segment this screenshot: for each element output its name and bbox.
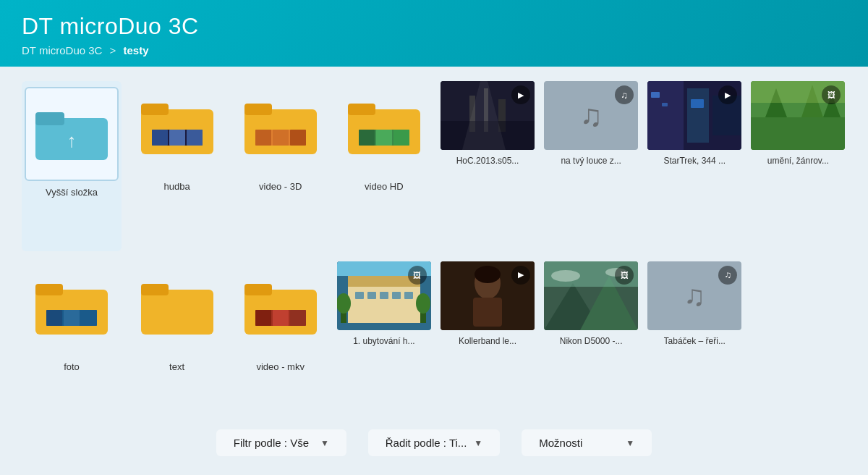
video3d-folder-svg — [244, 99, 317, 157]
videohd-folder-svg — [348, 99, 420, 157]
svg-rect-45 — [81, 310, 97, 326]
svg-point-70 — [475, 266, 501, 283]
svg-rect-43 — [46, 310, 62, 326]
natvy-label: na tvý louce z... — [561, 156, 621, 166]
svg-point-75 — [551, 270, 580, 282]
options-button[interactable]: Možnosti ▼ — [522, 429, 652, 456]
svg-rect-52 — [273, 310, 289, 326]
natvy-thumb: ♫ ♫ — [544, 81, 638, 150]
item-hoc[interactable]: ▶ HoC.2013.s05... — [439, 81, 535, 251]
item-ubytovani[interactable]: 🖼 1. ubytování h... — [336, 261, 432, 421]
svg-rect-31 — [651, 92, 660, 98]
text-folder-svg — [141, 279, 213, 337]
svg-rect-57 — [355, 292, 364, 299]
svg-rect-14 — [290, 130, 306, 146]
item-parent-folder[interactable]: ↑ Vyšší složka — [22, 81, 122, 251]
svg-rect-44 — [64, 310, 80, 326]
videomkv-thumb — [234, 261, 328, 356]
umeni-thumb: 🖼 — [751, 81, 845, 150]
svg-rect-1 — [35, 112, 64, 125]
svg-rect-61 — [404, 292, 413, 299]
app-title: DT microDuo 3C — [22, 13, 846, 40]
item-nikon[interactable]: 🖼 Nikon D5000 -... — [543, 261, 639, 421]
svg-rect-12 — [255, 130, 271, 146]
svg-rect-29 — [687, 88, 709, 143]
parent-folder-thumb: ↑ — [25, 87, 119, 181]
nikon-label: Nikon D5000 -... — [560, 336, 623, 346]
hoc-thumb: ▶ — [441, 81, 535, 150]
svg-point-66 — [416, 293, 430, 314]
startrek-thumb: ▶ — [647, 81, 741, 150]
ubytovani-thumb: 🖼 — [337, 261, 431, 330]
hoc-label: HoC.2013.s05... — [456, 156, 519, 166]
filter-arrow-icon: ▼ — [320, 438, 329, 448]
svg-rect-18 — [359, 130, 375, 146]
bottom-bar: Filtr podle : Vše ▼ Řadit podle : Ti... … — [22, 421, 846, 468]
hudba-folder-svg — [141, 99, 213, 157]
svg-rect-58 — [367, 292, 376, 299]
item-video-3d[interactable]: video - 3D — [232, 81, 328, 251]
breadcrumb-parent[interactable]: DT microDuo 3C — [22, 44, 102, 56]
parent-folder-label: Vyšší složka — [46, 187, 98, 199]
svg-rect-46 — [141, 290, 213, 335]
item-hudba[interactable]: hudba — [129, 81, 225, 251]
file-grid: ↑ Vyšší složka hudba — [22, 81, 846, 421]
foto-label: foto — [64, 361, 80, 374]
hoc-play-badge: ▶ — [511, 85, 530, 104]
videomkv-folder-svg — [244, 279, 317, 337]
svg-rect-53 — [290, 310, 306, 326]
nikon-badge: 🖼 — [615, 266, 634, 285]
videohd-label: video HD — [365, 181, 403, 193]
ubytovani-label: 1. ubytování h... — [353, 336, 414, 346]
svg-rect-13 — [273, 130, 289, 146]
sort-arrow-icon: ▼ — [474, 438, 482, 448]
svg-rect-16 — [348, 104, 375, 115]
item-video-hd[interactable]: video HD — [336, 81, 432, 251]
filter-label-text: Filtr podle : Vše — [234, 437, 309, 449]
sort-button[interactable]: Řadit podle : Ti... ▼ — [368, 429, 500, 456]
tabacek-badge: ♫ — [718, 266, 737, 285]
breadcrumb: DT microDuo 3C > testy — [22, 44, 846, 56]
item-startrek[interactable]: ▶ StarTrek, 344 ... — [647, 81, 743, 251]
options-arrow-icon: ▼ — [626, 438, 634, 448]
item-umeni[interactable]: 🖼 umění, žánrov... — [750, 81, 846, 251]
tabacek-thumb: ♫ ♫ — [647, 261, 741, 330]
hudba-thumb — [130, 81, 224, 175]
item-video-mkv[interactable]: video - mkv — [232, 261, 328, 421]
video3d-thumb — [234, 81, 328, 175]
item-foto[interactable]: foto — [22, 261, 122, 421]
filter-button[interactable]: Filtr podle : Vše ▼ — [216, 429, 346, 456]
svg-rect-35 — [751, 117, 845, 150]
svg-rect-69 — [473, 298, 502, 327]
ubytovani-badge: 🖼 — [408, 266, 427, 285]
text-thumb — [130, 261, 224, 356]
item-na-tvy[interactable]: ♫ ♫ na tvý louce z... — [543, 81, 639, 251]
svg-rect-8 — [187, 130, 203, 146]
foto-thumb — [25, 261, 119, 356]
nikon-thumb: 🖼 — [544, 261, 638, 330]
hudba-label: hudba — [163, 181, 190, 193]
svg-rect-28 — [647, 81, 684, 150]
natvy-music-icon: ♫ — [579, 98, 603, 133]
item-tabacek[interactable]: ♫ ♫ Tabáček – řeři... — [647, 261, 743, 421]
kollerband-play-badge: ▶ — [511, 266, 530, 285]
sort-label-text: Řadit podle : Ti... — [386, 437, 467, 449]
foto-folder-svg — [35, 279, 108, 337]
svg-rect-47 — [141, 284, 169, 295]
kollerband-thumb: ▶ — [441, 261, 535, 330]
item-kollerband[interactable]: ▶ Kollerband le... — [439, 261, 535, 421]
svg-rect-20 — [393, 130, 409, 146]
options-label-text: Možnosti — [539, 437, 582, 449]
svg-rect-51 — [255, 310, 271, 326]
main-content: ↑ Vyšší složka hudba — [0, 67, 868, 475]
item-text[interactable]: text — [129, 261, 225, 421]
svg-rect-6 — [152, 130, 168, 146]
svg-rect-59 — [380, 292, 388, 299]
svg-rect-33 — [691, 99, 704, 108]
tabacek-music-icon: ♫ — [684, 279, 705, 312]
umeni-label: umění, žánrov... — [767, 156, 829, 166]
kollerband-label: Kollerband le... — [459, 336, 516, 346]
text-label: text — [169, 361, 184, 374]
videohd-thumb — [337, 81, 431, 175]
svg-rect-4 — [141, 104, 169, 115]
